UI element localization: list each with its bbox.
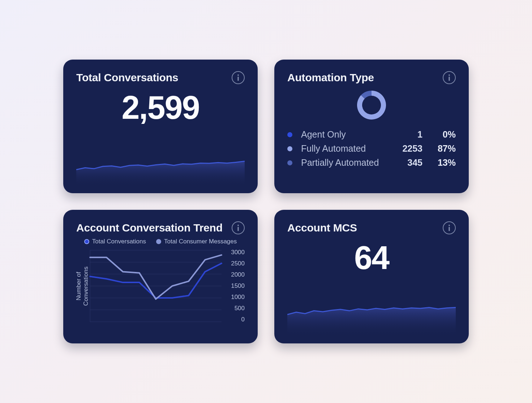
- legend-percent: 0%: [429, 129, 456, 140]
- account-mcs-card: Account MCS 64: [274, 210, 469, 343]
- legend-dot-icon: [287, 132, 292, 137]
- legend-percent: 87%: [429, 143, 456, 154]
- account-trend-card: Account Conversation Trend Total Convers…: [63, 210, 258, 343]
- legend-label: Total Conversations: [92, 238, 146, 245]
- dashboard-grid: Total Conversations 2,599 Automation Typ…: [63, 60, 469, 343]
- trend-legend: Total Conversations Total Consumer Messa…: [76, 238, 245, 245]
- svg-rect-1: [237, 77, 239, 81]
- total-conversations-sparkline: [76, 147, 245, 187]
- card-header: Automation Type: [287, 71, 456, 84]
- svg-rect-5: [237, 227, 239, 231]
- info-icon[interactable]: [443, 221, 456, 234]
- automation-legend-row: Partially Automated34513%: [287, 156, 456, 170]
- svg-point-4: [237, 225, 239, 226]
- account-trend-chart: [89, 248, 223, 324]
- svg-point-0: [237, 74, 239, 76]
- y-tick-label: 2000: [231, 271, 245, 278]
- legend-percent: 13%: [429, 157, 456, 168]
- legend-label: Total Consumer Messages: [164, 238, 237, 245]
- automation-legend-row: Fully Automated225387%: [287, 142, 456, 156]
- card-title: Automation Type: [287, 72, 374, 84]
- automation-legend: Agent Only10%Fully Automated225387%Parti…: [287, 127, 456, 170]
- automation-donut-chart: [354, 88, 389, 122]
- y-tick-label: 2500: [231, 260, 245, 267]
- card-header: Account MCS: [287, 221, 456, 234]
- y-axis-ticks: 300025002000150010005000: [223, 248, 245, 324]
- y-tick-label: 1500: [231, 282, 245, 290]
- info-icon[interactable]: [232, 71, 245, 84]
- svg-point-2: [449, 74, 450, 76]
- total-conversations-value: 2,599: [76, 89, 245, 126]
- legend-dot-icon: [84, 239, 89, 244]
- legend-dot-icon: [287, 146, 292, 151]
- info-icon[interactable]: [232, 221, 245, 234]
- legend-count: 2253: [394, 143, 422, 154]
- svg-rect-3: [449, 77, 450, 81]
- info-icon[interactable]: [443, 71, 456, 84]
- card-title: Total Conversations: [76, 72, 178, 84]
- account-mcs-value: 64: [287, 239, 456, 277]
- legend-label: Agent Only: [301, 129, 387, 140]
- y-tick-label: 1000: [231, 294, 245, 301]
- legend-label: Fully Automated: [301, 143, 387, 154]
- svg-point-14: [449, 225, 450, 226]
- legend-dot-icon: [156, 239, 161, 244]
- legend-count: 345: [394, 157, 422, 168]
- card-header: Total Conversations: [76, 71, 245, 84]
- y-axis-label: Number of Conversations: [75, 266, 90, 306]
- card-header: Account Conversation Trend: [76, 221, 245, 234]
- y-tick-label: 0: [241, 316, 245, 323]
- automation-legend-row: Agent Only10%: [287, 127, 456, 142]
- legend-label: Partially Automated: [301, 157, 387, 168]
- svg-rect-15: [449, 227, 450, 231]
- automation-type-card: Automation Type Agent Only10%Fully Autom…: [274, 60, 469, 193]
- card-title: Account MCS: [287, 222, 357, 234]
- legend-count: 1: [394, 129, 422, 140]
- y-tick-label: 500: [235, 305, 245, 312]
- legend-dot-icon: [287, 160, 292, 165]
- total-conversations-card: Total Conversations 2,599: [63, 60, 258, 193]
- card-title: Account Conversation Trend: [76, 222, 223, 234]
- y-tick-label: 3000: [231, 249, 245, 256]
- account-mcs-sparkline: [287, 283, 456, 337]
